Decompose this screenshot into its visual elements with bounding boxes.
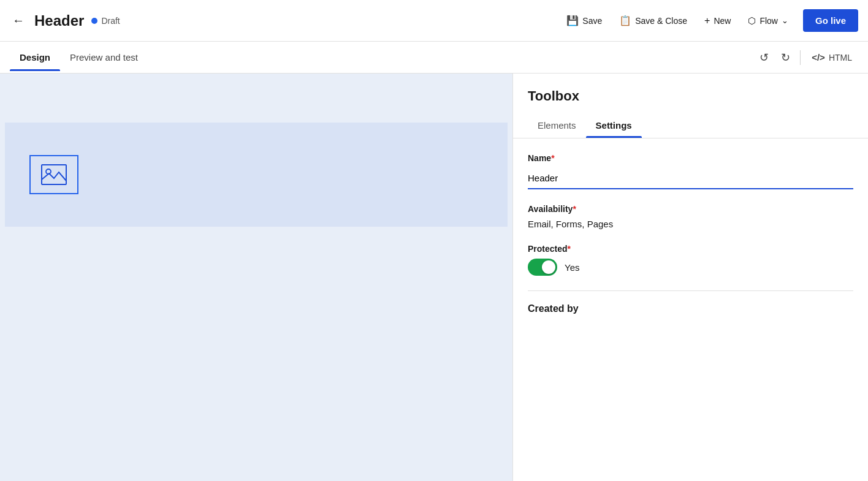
save-close-label: Save & Close [635, 16, 687, 26]
undo-icon: ↺ [760, 51, 769, 64]
settings-label: Settings [596, 120, 632, 131]
draft-label: Draft [101, 16, 120, 26]
topbar-left: ← Header Draft [10, 11, 554, 30]
chevron-down-icon: ⌄ [782, 16, 788, 25]
save-close-icon: 📋 [619, 15, 631, 26]
back-button[interactable]: ← [10, 11, 27, 30]
save-icon: 💾 [566, 15, 579, 26]
redo-icon: ↻ [781, 51, 790, 64]
protected-toggle[interactable] [528, 259, 557, 276]
new-button[interactable]: + New [697, 12, 738, 30]
flow-button[interactable]: ⬡ Flow ⌄ [740, 12, 796, 30]
protected-row: Yes [528, 259, 853, 276]
section-divider [528, 290, 853, 291]
protected-required-star: * [568, 244, 571, 254]
back-icon: ← [12, 13, 25, 27]
svg-rect-0 [42, 165, 66, 184]
go-live-button[interactable]: Go live [803, 9, 858, 32]
availability-required-star: * [573, 204, 576, 214]
undo-button[interactable]: ↺ [755, 47, 774, 68]
flow-label: Flow [760, 16, 778, 26]
draft-dot-icon [91, 18, 97, 24]
name-section: Name* [528, 153, 853, 189]
toolbox-panel: Toolbox Elements Settings Name* Availabi… [512, 74, 868, 481]
topbar-actions: 💾 Save 📋 Save & Close + New ⬡ Flow ⌄ Go … [559, 9, 858, 32]
save-label: Save [582, 16, 602, 26]
availability-section: Availability* Email, Forms, Pages [528, 204, 853, 229]
toolbox-tab-elements[interactable]: Elements [528, 114, 586, 138]
toolbox-title: Toolbox [513, 74, 868, 114]
main-content: Toolbox Elements Settings Name* Availabi… [0, 74, 868, 481]
html-label: HTML [829, 53, 852, 62]
tab-preview-label: Preview and test [70, 52, 138, 62]
tab-design-label: Design [20, 52, 50, 62]
topbar: ← Header Draft 💾 Save 📋 Save & Close + N… [0, 0, 868, 42]
toggle-yes-label: Yes [565, 262, 579, 273]
toolbox-tab-settings[interactable]: Settings [586, 114, 642, 138]
name-required-star: * [551, 153, 554, 163]
new-label: New [714, 16, 731, 26]
tab-preview[interactable]: Preview and test [60, 44, 148, 71]
image-icon [40, 164, 67, 186]
created-by-label: Created by [528, 303, 853, 314]
toolbox-tabs: Elements Settings [513, 114, 868, 138]
tab-design[interactable]: Design [10, 44, 60, 71]
new-icon: + [704, 15, 710, 26]
toggle-knob [542, 260, 555, 274]
draft-badge: Draft [91, 16, 120, 26]
protected-section: Protected* Yes [528, 244, 853, 276]
flow-icon: ⬡ [748, 15, 756, 26]
elements-label: Elements [538, 120, 576, 131]
tabbar: Design Preview and test ↺ ↻ </> HTML [0, 42, 868, 74]
image-placeholder [29, 155, 78, 194]
name-field-label: Name* [528, 153, 853, 163]
save-close-button[interactable]: 📋 Save & Close [612, 11, 695, 30]
save-button[interactable]: 💾 Save [559, 11, 609, 30]
divider [800, 50, 801, 65]
toolbox-body: Name* Availability* Email, Forms, Pages … [513, 138, 868, 481]
protected-field-label: Protected* [528, 244, 853, 254]
redo-button[interactable]: ↻ [776, 47, 795, 68]
tab-actions: ↺ ↻ </> HTML [755, 47, 868, 68]
go-live-label: Go live [815, 15, 846, 26]
canvas-inner [5, 123, 508, 227]
code-icon: </> [812, 52, 825, 62]
availability-value: Email, Forms, Pages [528, 219, 853, 229]
page-title: Header [34, 12, 84, 29]
name-input[interactable] [528, 168, 853, 189]
html-button[interactable]: </> HTML [805, 48, 858, 66]
canvas-area [0, 74, 512, 481]
created-by-section: Created by [528, 303, 853, 314]
availability-field-label: Availability* [528, 204, 853, 214]
